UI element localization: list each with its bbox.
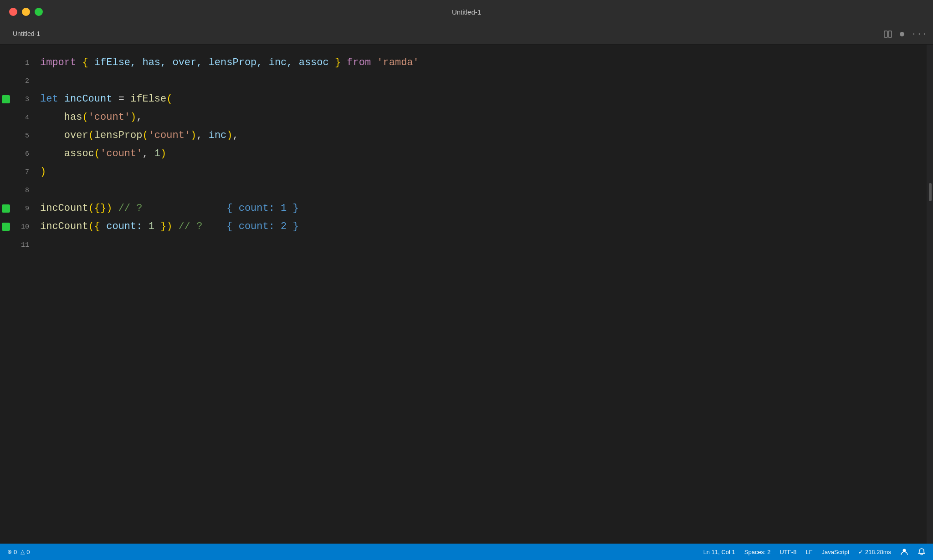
minimize-button[interactable] xyxy=(22,8,30,16)
status-spaces[interactable]: Spaces: 2 xyxy=(744,549,771,555)
paren-close-9: ) xyxy=(106,203,112,214)
code-line-3: 3 let incCount = ifElse( xyxy=(0,90,927,108)
status-eol[interactable]: LF xyxy=(805,549,812,555)
status-timing: ✓ 218.28ms xyxy=(858,549,891,555)
fn-ifelse: ifElse xyxy=(130,93,166,105)
tab-untitled[interactable]: Untitled-1 xyxy=(5,24,47,45)
paren-open-9: ( xyxy=(88,203,94,214)
brace-open-9: { xyxy=(94,203,100,214)
fn-over: over xyxy=(64,130,88,141)
unsaved-indicator xyxy=(900,32,904,36)
id-inc: inc xyxy=(209,130,227,141)
line-content-7: ) xyxy=(36,163,918,181)
status-errors[interactable]: ⊗ 0 △ 0 xyxy=(7,549,30,555)
split-editor-icon[interactable] xyxy=(883,30,892,39)
comma-4: , xyxy=(136,112,142,123)
language-text: JavaScript xyxy=(822,549,850,555)
line-number-11: 11 xyxy=(21,241,29,249)
statusbar-right: Ln 11, Col 1 Spaces: 2 UTF-8 LF JavaScri… xyxy=(703,548,926,556)
gutter-7: 7 xyxy=(0,168,36,176)
id-inccount: incCount xyxy=(64,93,113,105)
line-number-6: 6 xyxy=(25,150,29,158)
paren-close-6: ) xyxy=(160,148,166,159)
line-number-3: 3 xyxy=(25,96,29,103)
more-actions-icon[interactable]: ··· xyxy=(912,30,928,39)
tab-left: Untitled-1 xyxy=(5,24,47,45)
code-line-9: 9 incCount({}) // ? { count: 1 } xyxy=(0,199,927,218)
keyword-import: import xyxy=(40,57,76,68)
maximize-button[interactable] xyxy=(35,8,43,16)
breakpoint-3 xyxy=(2,95,10,103)
brace-close: } xyxy=(335,57,341,68)
result-9: { count: 1 } xyxy=(226,203,298,214)
paren-open-6: ( xyxy=(94,148,100,159)
keyword-let: let xyxy=(40,93,58,105)
gutter-3: 3 xyxy=(0,96,36,103)
str-count-4: 'count' xyxy=(88,112,130,123)
paren-open-4: ( xyxy=(82,112,88,123)
code-line-10: 10 incCount({ count: 1 }) // ? { count: … xyxy=(0,218,927,236)
brace-close-10: } xyxy=(160,221,166,232)
editor-window: Untitled-1 Untitled-1 ··· 1 xyxy=(0,0,933,560)
window-title: Untitled-1 xyxy=(452,8,481,16)
line-content-4: has('count'), xyxy=(36,108,918,127)
line-content-9: incCount({}) // ? { count: 1 } xyxy=(36,199,918,218)
op-sp xyxy=(58,93,64,105)
result-10: { count: 2 } xyxy=(226,221,298,232)
fn-inccount-10: incCount xyxy=(40,221,88,232)
line-content-5: over(lensProp('count'), inc), xyxy=(36,127,918,145)
str-count-6: 'count' xyxy=(100,148,142,159)
gutter-1: 1 xyxy=(0,59,36,67)
status-encoding[interactable]: UTF-8 xyxy=(780,549,797,555)
line-number-9: 9 xyxy=(25,205,29,213)
gutter-11: 11 xyxy=(0,241,36,249)
status-account-icon[interactable] xyxy=(900,548,908,556)
editor-scrollbar[interactable] xyxy=(927,45,933,544)
line-content-6: assoc('count', 1) xyxy=(36,145,918,163)
code-line-4: 4 has('count'), xyxy=(0,108,927,127)
status-position[interactable]: Ln 11, Col 1 xyxy=(703,549,735,555)
paren-open-3: ( xyxy=(166,93,172,105)
op-eq: = xyxy=(112,93,130,105)
traffic-lights xyxy=(9,8,43,16)
line-number-4: 4 xyxy=(25,114,29,122)
gutter-6: 6 xyxy=(0,150,36,158)
line-number-1: 1 xyxy=(25,59,29,67)
paren-open-10: ( xyxy=(88,221,94,232)
paren-close-10: ) xyxy=(166,221,172,232)
statusbar-left: ⊗ 0 △ 0 xyxy=(7,549,30,555)
status-language[interactable]: JavaScript xyxy=(822,549,850,555)
error-count: 0 xyxy=(14,549,17,555)
paren-open-5b: ( xyxy=(142,130,148,141)
comment-10: // ? xyxy=(172,221,202,232)
gutter-5: 5 xyxy=(0,132,36,140)
close-button[interactable] xyxy=(9,8,17,16)
gutter-8: 8 xyxy=(0,187,36,194)
gutter-9: 9 xyxy=(0,205,36,213)
line-content-3: let incCount = ifElse( xyxy=(36,90,918,108)
titlebar: Untitled-1 xyxy=(0,0,933,24)
string-ramda: 'ramda' xyxy=(377,57,419,68)
warning-icon: △ xyxy=(21,549,25,555)
breakpoint-10 xyxy=(2,223,10,231)
spaces-9 xyxy=(142,203,226,214)
brace-close-9: } xyxy=(100,203,106,214)
gutter-4: 4 xyxy=(0,114,36,122)
comma-5b: , xyxy=(233,130,239,141)
comment-9: // ? xyxy=(112,203,142,214)
comma-6: , xyxy=(142,148,154,159)
editor-container: 1 import { ifElse, has, over, lensProp, … xyxy=(0,45,933,544)
breakpoint-9 xyxy=(2,204,10,213)
position-text: Ln 11, Col 1 xyxy=(703,549,735,555)
eol-text: LF xyxy=(805,549,812,555)
scrollbar-thumb xyxy=(929,183,932,201)
code-line-1: 1 import { ifElse, has, over, lensProp, … xyxy=(0,54,927,72)
status-notifications-icon[interactable] xyxy=(918,548,926,556)
tabbar: Untitled-1 ··· xyxy=(0,24,933,45)
paren-close-7: ) xyxy=(40,166,46,178)
code-line-8: 8 xyxy=(0,181,927,199)
fn-inccount-9: incCount xyxy=(40,203,88,214)
line-number-8: 8 xyxy=(25,187,29,194)
editor-content[interactable]: 1 import { ifElse, has, over, lensProp, … xyxy=(0,45,927,544)
tab-label: Untitled-1 xyxy=(13,30,40,37)
